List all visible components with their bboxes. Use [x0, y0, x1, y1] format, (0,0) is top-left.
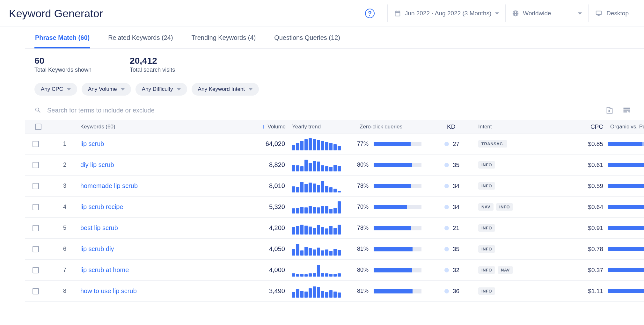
keyword-link[interactable]: lip scrub at home	[80, 266, 129, 273]
kd-value: 27	[453, 141, 459, 148]
tab[interactable]: Phrase Match (60)	[34, 32, 90, 48]
volume-value: 3,490	[221, 287, 288, 295]
cpc-value: $0.64	[553, 204, 608, 211]
zero-click-pct: 81%	[357, 288, 369, 294]
zero-click-cell: 80%	[357, 162, 444, 168]
chevron-down-icon	[578, 12, 582, 15]
sort-desc-icon: ↓	[262, 123, 265, 130]
kd-dot-icon	[444, 142, 449, 146]
kd-dot-icon	[444, 205, 449, 209]
zero-click-cell: 77%	[357, 141, 444, 147]
filter-intent-label: Any Keyword Intent	[198, 86, 245, 92]
col-volume[interactable]: ↓Volume	[221, 123, 288, 130]
row-checkbox[interactable]	[33, 246, 39, 252]
organic-vs-paid-cell	[608, 142, 644, 146]
row-checkbox[interactable]	[33, 162, 39, 168]
zero-click-pct: 80%	[357, 162, 369, 168]
row-checkbox[interactable]	[33, 225, 39, 231]
organic-vs-paid-bar	[608, 268, 644, 272]
region-selector[interactable]: Worldwide	[505, 4, 588, 22]
zero-click-cell: 81%	[357, 246, 444, 252]
intent-badge: INFO	[478, 266, 495, 274]
intent-badge: INFO	[478, 287, 495, 295]
total-keywords-value: 60	[34, 56, 91, 66]
trend-sparkline	[288, 201, 357, 213]
keyword-link[interactable]: lip scrub diy	[80, 245, 114, 252]
organic-vs-paid-cell	[608, 268, 644, 272]
row-checkbox[interactable]	[33, 141, 39, 147]
row-index: 1	[46, 141, 75, 147]
keyword-link[interactable]: lip scrub recipe	[80, 203, 123, 210]
keyword-link[interactable]: diy lip scrub	[80, 161, 114, 168]
col-kd[interactable]: KD	[444, 123, 476, 130]
kd-dot-icon	[444, 163, 449, 167]
date-range-selector[interactable]: Jun 2022 - Aug 2022 (3 Months)	[387, 4, 505, 22]
filter-difficulty[interactable]: Any Difficulty	[135, 83, 187, 96]
zero-click-cell: 81%	[357, 288, 444, 294]
col-intent[interactable]: Intent	[476, 124, 553, 130]
cpc-value: $0.85	[553, 141, 608, 148]
tab[interactable]: Related Keywords (24)	[107, 32, 173, 48]
intent-badge: NAV	[478, 203, 494, 211]
total-visits-value: 20,412	[130, 56, 175, 66]
cpc-value: $1.11	[553, 288, 608, 295]
kd-cell: 32	[444, 267, 476, 274]
row-checkbox[interactable]	[33, 204, 39, 210]
keyword-link[interactable]: lip scrub	[80, 140, 104, 147]
col-organic-vs-paid[interactable]: Organic vs. Paid	[608, 124, 644, 130]
intent-badge: INFO	[478, 182, 495, 190]
columns-settings-icon[interactable]	[622, 106, 631, 115]
kd-dot-icon	[444, 184, 449, 188]
kd-cell: 34	[444, 204, 476, 211]
filter-cpc-label: Any CPC	[41, 86, 63, 92]
keyword-link[interactable]: best lip scrub	[80, 224, 118, 231]
intent-cell: INFO	[476, 287, 553, 295]
table-row: 5best lip scrub4,20078%21INFO$0.91B	[25, 218, 644, 239]
volume-value: 4,200	[221, 224, 288, 232]
organic-vs-paid-bar	[608, 205, 644, 209]
row-checkbox[interactable]	[33, 267, 39, 273]
col-zero-click[interactable]: Zero-click queries	[357, 124, 444, 130]
row-checkbox[interactable]	[33, 183, 39, 189]
trend-sparkline	[288, 159, 357, 171]
zero-click-bar	[374, 268, 421, 272]
help-button[interactable]: ?	[365, 9, 375, 18]
row-index: 3	[46, 183, 75, 189]
chevron-down-icon	[249, 88, 252, 90]
region-label: Worldwide	[523, 10, 551, 17]
globe-icon	[512, 10, 519, 17]
kd-value: 21	[453, 225, 459, 232]
organic-vs-paid-bar	[608, 247, 644, 251]
select-all-checkbox[interactable]	[35, 124, 41, 130]
search-input[interactable]	[47, 107, 599, 114]
chevron-down-icon	[121, 88, 125, 90]
table-row: 1lip scrub64,02077%27TRANSAC.$0.85☆	[25, 134, 644, 155]
table-row: 6lip scrub diy4,05081%35INFO$0.78N	[25, 239, 644, 260]
row-checkbox[interactable]	[33, 288, 39, 294]
filter-volume[interactable]: Any Volume	[82, 83, 131, 96]
volume-value: 64,020	[221, 140, 288, 148]
device-selector[interactable]: Desktop	[588, 4, 635, 22]
zero-click-pct: 77%	[357, 141, 369, 147]
kd-value: 36	[453, 288, 459, 295]
filter-difficulty-label: Any Difficulty	[142, 86, 173, 92]
kd-cell: 21	[444, 225, 476, 232]
row-index: 7	[46, 267, 75, 273]
keyword-link[interactable]: homemade lip scrub	[80, 182, 138, 189]
organic-vs-paid-cell	[608, 184, 644, 188]
keyword-link[interactable]: how to use lip scrub	[80, 287, 137, 294]
export-excel-icon[interactable]	[605, 106, 614, 115]
device-label: Desktop	[606, 10, 629, 17]
tab[interactable]: Trending Keywords (4)	[191, 32, 257, 48]
tabs: Phrase Match (60)Related Keywords (24)Tr…	[25, 26, 644, 49]
col-keywords[interactable]: Keywords (60)	[75, 124, 221, 130]
row-index: 6	[46, 246, 75, 252]
kd-cell: 35	[444, 246, 476, 253]
tab[interactable]: Questions Queries (12)	[274, 32, 341, 48]
zero-click-bar	[374, 184, 421, 188]
filter-intent[interactable]: Any Keyword Intent	[192, 83, 259, 96]
col-cpc[interactable]: CPC	[553, 123, 608, 130]
table-row: 8how to use lip scrub3,49081%36INFO$1.11…	[25, 281, 644, 302]
col-trend[interactable]: Yearly trend	[288, 124, 357, 130]
filter-cpc[interactable]: Any CPC	[34, 83, 77, 96]
